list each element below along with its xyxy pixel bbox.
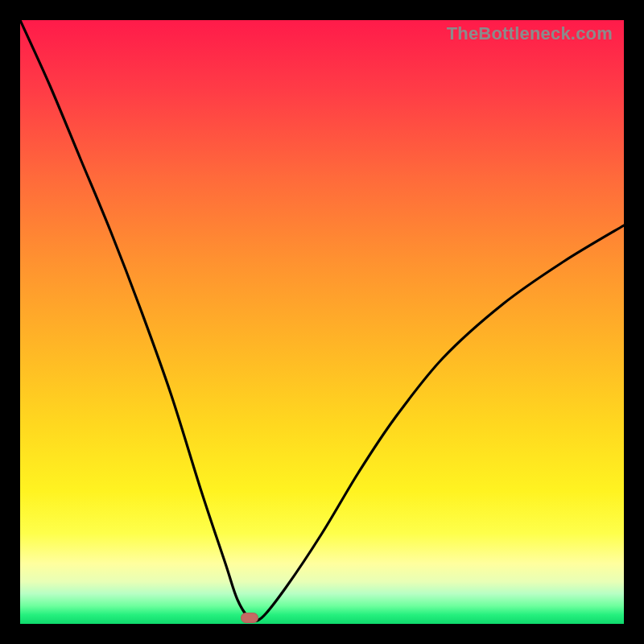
- plot-area: TheBottleneck.com: [20, 20, 624, 624]
- watermark-text: TheBottleneck.com: [447, 23, 613, 44]
- curve-path: [20, 20, 624, 621]
- bottleneck-curve: [20, 20, 624, 624]
- chart-frame: TheBottleneck.com: [0, 0, 644, 644]
- min-marker: [241, 613, 258, 623]
